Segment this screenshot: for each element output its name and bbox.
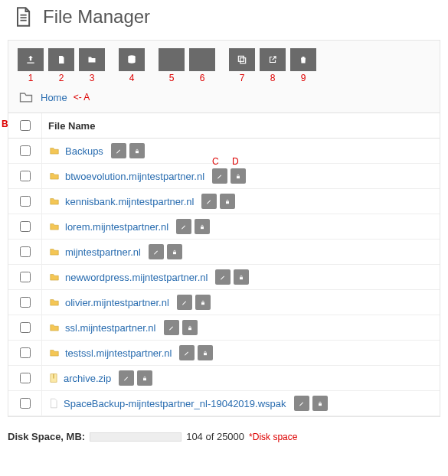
rename-button[interactable] (294, 396, 309, 411)
table-row: newwordpress.mijntestpartner.nl (8, 265, 440, 290)
svg-rect-10 (173, 252, 176, 254)
toolbar (8, 41, 440, 73)
copy-button[interactable] (229, 48, 255, 71)
lock-icon (142, 374, 148, 383)
pencil-icon (299, 399, 305, 408)
file-link[interactable]: archive.zip (64, 373, 111, 384)
file-link[interactable]: lorem.mijntestpartner.nl (65, 221, 168, 233)
folder-icon (48, 246, 60, 257)
annot-a: <- A (74, 92, 90, 103)
svg-rect-14 (204, 353, 207, 355)
row-checkbox[interactable] (20, 272, 31, 282)
annot-9: 9 (290, 73, 316, 83)
row-checkbox[interactable] (20, 196, 31, 207)
row-checkbox[interactable] (20, 221, 31, 232)
file-link[interactable]: mijntestpartner.nl (65, 246, 141, 258)
pencil-icon (217, 172, 223, 181)
breadcrumb-home[interactable]: Home (41, 92, 67, 103)
rename-button[interactable] (201, 194, 217, 209)
row-checkbox[interactable] (20, 246, 31, 257)
permissions-button[interactable] (195, 219, 210, 234)
folder-icon (48, 145, 60, 156)
file-link[interactable]: testssl.mijntestpartner.nl (65, 347, 172, 359)
folder-icon (48, 272, 60, 282)
permissions-button[interactable] (195, 295, 211, 310)
copy-icon (237, 54, 247, 65)
lock-icon (172, 248, 178, 256)
annot-4: 4 (119, 73, 145, 83)
permissions-button[interactable] (182, 320, 198, 335)
file-link[interactable]: ssl.mijntestpartner.nl (65, 322, 156, 334)
annot-b: B (2, 119, 8, 129)
lock-icon (200, 298, 206, 307)
disk-label: Disk Space, MB: (8, 431, 85, 442)
row-checkbox[interactable] (20, 297, 31, 308)
open-button[interactable] (260, 48, 286, 71)
lock-icon (224, 197, 231, 206)
collapse-button[interactable] (159, 48, 185, 71)
file-link[interactable]: kennisbank.mijntestpartner.nl (65, 196, 194, 207)
file-icon (57, 54, 66, 65)
table-row: archive.zip (8, 366, 440, 391)
permissions-button[interactable] (234, 269, 249, 285)
table-row: Backups (8, 139, 440, 164)
pencil-icon (220, 273, 226, 282)
upload-icon (25, 54, 36, 65)
table-row: testssl.mijntestpartner.nl (8, 341, 440, 366)
delete-button[interactable] (290, 48, 316, 71)
permissions-button[interactable] (167, 244, 182, 259)
database-button[interactable] (119, 48, 145, 71)
expand-button[interactable] (189, 48, 215, 71)
row-checkbox[interactable] (20, 398, 31, 409)
folder-icon (48, 297, 60, 308)
permissions-button[interactable] (198, 345, 213, 360)
arrows-out-icon (197, 54, 208, 65)
row-checkbox[interactable] (20, 171, 31, 181)
new-file-button[interactable] (48, 48, 74, 71)
svg-rect-5 (240, 58, 246, 64)
lock-icon (187, 324, 193, 332)
row-checkbox[interactable] (20, 145, 31, 156)
row-checkbox[interactable] (20, 347, 31, 358)
folder-icon (48, 196, 60, 207)
permissions-button[interactable] (312, 396, 328, 411)
svg-rect-8 (226, 201, 229, 204)
rename-button[interactable] (149, 244, 164, 259)
permissions-button[interactable] (129, 143, 145, 158)
permissions-button[interactable] (220, 194, 235, 209)
external-icon (267, 54, 278, 65)
svg-rect-16 (53, 374, 54, 379)
file-link[interactable]: olivier.mijntestpartner.nl (65, 297, 169, 308)
rename-button[interactable] (111, 143, 126, 158)
select-all-checkbox[interactable] (20, 120, 31, 131)
new-folder-button[interactable] (79, 48, 105, 71)
rename-button[interactable] (164, 320, 179, 335)
disk-bar (90, 432, 181, 442)
page-header: File Manager (0, 0, 448, 35)
file-link[interactable]: Backups (65, 145, 103, 157)
upload-button[interactable] (18, 48, 44, 71)
file-link[interactable]: SpaceBackup-mijntestpartner_nl-19042019.… (64, 398, 286, 409)
file-link[interactable]: newwordpress.mijntestpartner.nl (65, 272, 208, 283)
permissions-button[interactable] (231, 168, 246, 184)
rename-button[interactable] (176, 219, 191, 234)
lock-icon (238, 273, 244, 282)
annot-3: 3 (79, 73, 105, 83)
file-link[interactable]: btwoevolution.mijntestpartner.nl (65, 171, 204, 182)
row-checkbox[interactable] (20, 322, 31, 333)
rename-button[interactable] (177, 295, 192, 310)
rename-button[interactable] (179, 345, 195, 360)
folder-icon (48, 221, 60, 232)
pencil-icon (168, 324, 175, 332)
annot-8: 8 (260, 73, 286, 83)
folder-icon (48, 171, 60, 181)
row-checkbox[interactable] (20, 373, 31, 383)
table-header: B File Name (8, 112, 440, 139)
table-row: btwoevolution.mijntestpartner.nlCD (8, 164, 440, 189)
table-row: ssl.mijntestpartner.nl (8, 315, 440, 341)
svg-rect-18 (319, 403, 322, 406)
rename-button[interactable] (215, 269, 231, 285)
rename-button[interactable] (119, 370, 134, 386)
permissions-button[interactable] (137, 370, 152, 386)
rename-button[interactable] (212, 168, 227, 184)
